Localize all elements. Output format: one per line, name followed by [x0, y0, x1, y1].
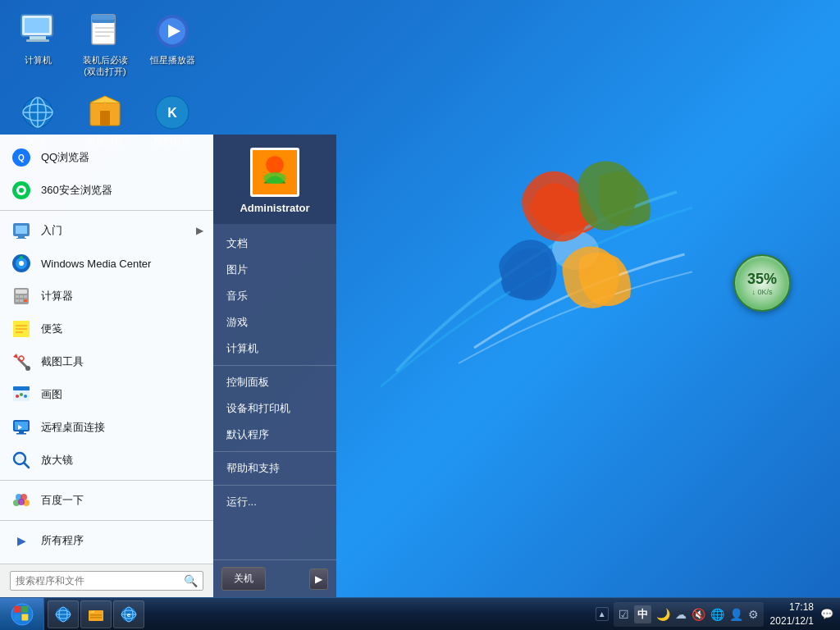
install-guide-label: 装机后必读(双击打开) — [79, 54, 131, 78]
calculator-label: 计算器 — [41, 289, 73, 304]
svg-rect-80 — [90, 614, 102, 616]
svg-line-61 — [24, 463, 29, 468]
svg-rect-38 — [16, 295, 19, 298]
desktop-icon-computer[interactable]: 计算机 — [8, 8, 67, 81]
tray-clock: 17:18 — [770, 600, 814, 614]
getting-started-icon — [10, 219, 33, 242]
svg-rect-4 — [26, 39, 49, 42]
360-browser-icon — [10, 179, 33, 202]
snipping-tool-icon — [10, 350, 33, 373]
remote-desktop-icon — [10, 416, 33, 439]
start-menu-left: Q QQ浏览器 360安全浏览器 — [0, 135, 213, 597]
start-button[interactable] — [0, 598, 44, 631]
magnifier-icon — [10, 449, 33, 472]
menu-item-getting-started[interactable]: 入门 ▶ — [0, 214, 213, 247]
calculator-icon — [10, 285, 33, 308]
svg-rect-30 — [18, 236, 25, 238]
svg-point-53 — [20, 393, 23, 396]
menu-item-360-browser[interactable]: 360安全浏览器 — [0, 174, 213, 207]
windows-media-center-label: Windows Media Center — [41, 258, 151, 270]
menu-item-paint[interactable]: 画图 — [0, 378, 213, 411]
menu-item-calculator[interactable]: 计算器 — [0, 280, 213, 313]
search-input[interactable] — [16, 575, 180, 587]
activate-driver-icon — [85, 93, 125, 132]
tray-icon-cloud: ☁ — [675, 608, 687, 621]
tray-lang-button[interactable]: 中 — [634, 605, 651, 623]
svg-point-54 — [24, 395, 27, 398]
svg-rect-58 — [16, 433, 26, 435]
tray-icon-volume[interactable]: 🔇 — [692, 608, 705, 621]
svg-point-49 — [25, 366, 30, 371]
right-menu-item-pictures[interactable]: 图片 — [213, 257, 336, 283]
icon-row-1: 计算机 装机后必读(双击打开) — [8, 8, 202, 81]
taskbar-item-explorer[interactable] — [80, 600, 112, 628]
baidu-icon — [10, 489, 33, 512]
svg-rect-3 — [30, 36, 46, 39]
svg-point-69 — [264, 172, 286, 184]
search-icon[interactable]: 🔍 — [184, 574, 198, 587]
shutdown-area: 关机 ▶ — [213, 559, 336, 597]
desktop-icon-computer-label: 计算机 — [25, 54, 52, 66]
network-widget: 35% ↓ 0K/s — [733, 254, 791, 312]
taskbar-explorer-icon — [88, 606, 104, 623]
menu-item-magnifier[interactable]: 放大镜 — [0, 444, 213, 477]
search-box: 🔍 — [10, 571, 203, 591]
desktop-icon-media-player[interactable]: 恒星播放器 — [143, 8, 202, 81]
network-icon — [18, 93, 57, 132]
menu-search-area: 🔍 — [0, 564, 213, 597]
menu-item-snipping-tool[interactable]: 截图工具 — [0, 345, 213, 378]
svg-rect-40 — [24, 295, 27, 298]
right-menu-item-devices-printers[interactable]: 设备和打印机 — [213, 395, 336, 422]
shutdown-button[interactable]: 关机 — [221, 567, 266, 591]
menu-item-windows-media-center[interactable]: Windows Media Center — [0, 247, 213, 280]
taskbar-item-network[interactable] — [48, 600, 79, 628]
svg-rect-74 — [21, 614, 28, 620]
right-menu-items: 文档 图片 音乐 游戏 计算机 控制面板 设备 — [213, 224, 336, 559]
right-menu-item-games[interactable]: 游戏 — [213, 309, 336, 336]
tray-icons: ☑ 中 🌙 ☁ 🔇 🌐 👤 ⚙ — [614, 602, 764, 627]
svg-rect-73 — [13, 614, 20, 620]
menu-item-all-programs[interactable]: ▶ 所有程序 — [0, 524, 213, 557]
svg-rect-31 — [16, 238, 26, 239]
tray-icon-gear[interactable]: ⚙ — [748, 608, 759, 621]
user-profile: Administrator — [213, 135, 336, 224]
menu-separator-2 — [0, 480, 213, 481]
all-programs-label: 所有程序 — [41, 533, 84, 548]
tray-expand-button[interactable]: ▲ — [596, 607, 609, 621]
sticky-notes-label: 便笺 — [41, 322, 62, 336]
svg-point-66 — [18, 499, 25, 505]
computer-icon — [18, 11, 57, 51]
menu-item-sticky-notes[interactable]: 便笺 — [0, 313, 213, 345]
right-menu-item-default-programs[interactable]: 默认程序 — [213, 422, 336, 448]
cool-music-icon: K — [153, 93, 192, 132]
svg-rect-7 — [92, 15, 115, 20]
tray-notify-button[interactable]: 💬 — [820, 608, 833, 620]
svg-text:Q: Q — [18, 153, 25, 162]
baidu-label: 百度一下 — [41, 493, 84, 508]
right-menu-item-help-support[interactable]: 帮助和支持 — [213, 455, 336, 482]
right-menu-item-run[interactable]: 运行... — [213, 489, 336, 515]
svg-point-27 — [19, 188, 24, 193]
menu-item-qq-browser[interactable]: Q QQ浏览器 — [0, 141, 213, 174]
taskbar-item-ie[interactable]: e — [113, 600, 144, 628]
user-avatar[interactable] — [250, 148, 299, 197]
desktop-icon-install-guide[interactable]: 装机后必读(双击打开) — [75, 8, 135, 81]
paint-label: 画图 — [41, 387, 62, 402]
taskbar-network-icon — [55, 606, 71, 623]
right-menu-item-documents[interactable]: 文档 — [213, 231, 336, 257]
menu-item-remote-desktop[interactable]: 远程桌面连接 — [0, 411, 213, 444]
right-menu-item-music[interactable]: 音乐 — [213, 283, 336, 309]
svg-rect-20 — [100, 111, 110, 126]
getting-started-label: 入门 — [41, 223, 62, 238]
windows-logo — [381, 98, 692, 410]
svg-rect-81 — [90, 617, 102, 619]
svg-rect-56 — [15, 422, 28, 430]
right-menu-item-computer[interactable]: 计算机 — [213, 336, 336, 362]
menu-item-baidu[interactable]: 百度一下 — [0, 484, 213, 517]
shutdown-arrow-button[interactable]: ▶ — [309, 568, 328, 590]
media-player-icon — [153, 11, 192, 51]
tray-icon-checkbox: ☑ — [619, 608, 629, 621]
tray-icon-network2[interactable]: 🌐 — [710, 608, 724, 621]
qq-browser-icon: Q — [10, 146, 33, 169]
right-menu-item-control-panel[interactable]: 控制面板 — [213, 369, 336, 395]
